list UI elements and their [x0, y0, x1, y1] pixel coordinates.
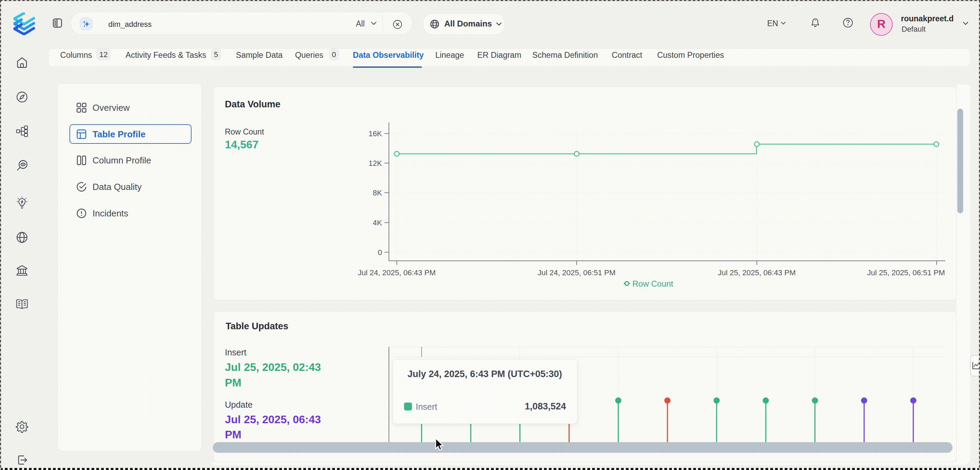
- svg-text:Jul 25, 2025, 06:43 PM: Jul 25, 2025, 06:43 PM: [718, 268, 796, 277]
- svg-text:4K: 4K: [373, 218, 382, 227]
- svg-text:Jul 24, 2025, 06:43 PM: Jul 24, 2025, 06:43 PM: [358, 268, 436, 277]
- svg-text:8K: 8K: [373, 188, 382, 197]
- svg-text:12K: 12K: [369, 159, 382, 167]
- svg-text:Jul 24, 2025, 06:51 PM: Jul 24, 2025, 06:51 PM: [538, 268, 616, 277]
- svg-text:Jul 25, 2025, 06:51 PM: Jul 25, 2025, 06:51 PM: [867, 268, 945, 277]
- svg-text:Row Count: Row Count: [632, 279, 673, 288]
- svg-text:16K: 16K: [369, 129, 382, 138]
- svg-text:0: 0: [378, 248, 382, 257]
